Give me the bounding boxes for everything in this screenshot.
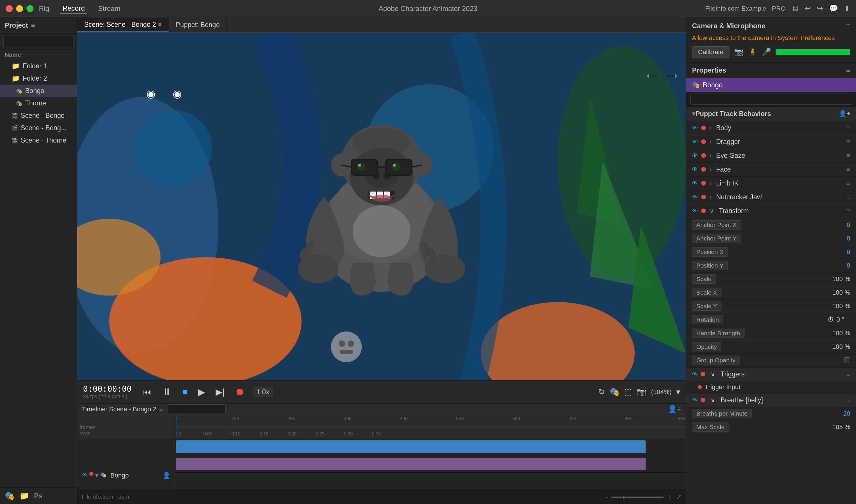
transform-chevron-icon[interactable]: ∨ xyxy=(709,207,714,215)
sidebar-item-scene-thorne[interactable]: 🎬 Scene - Thorne xyxy=(0,134,77,147)
redo-icon[interactable]: ↪ xyxy=(817,4,823,13)
ptb-add-icon[interactable]: 👤+ xyxy=(839,110,850,118)
nutcracker-jaw-chevron-icon[interactable]: › xyxy=(709,193,712,201)
scale-y-value[interactable]: 100 % xyxy=(827,302,850,310)
tab-stream[interactable]: Stream xyxy=(96,3,122,14)
nutcracker-jaw-dot[interactable] xyxy=(701,195,706,199)
bpm-value[interactable]: 20 xyxy=(827,410,850,417)
puppet-tool-icon[interactable]: 🎭 xyxy=(610,387,620,397)
triggers-menu-icon[interactable]: ≡ xyxy=(846,371,850,378)
body-dot[interactable] xyxy=(701,126,706,130)
ps-icon[interactable]: Ps xyxy=(34,492,42,500)
dragger-eye-icon[interactable]: 👁 xyxy=(692,139,698,145)
stop-button[interactable]: ■ xyxy=(180,385,190,398)
screen-icon[interactable]: 🖥 xyxy=(791,4,799,13)
opacity-value[interactable]: 100 % xyxy=(827,343,850,350)
arrow-right-icon[interactable]: ⟶ xyxy=(665,71,677,80)
dragger-dot[interactable] xyxy=(701,139,706,144)
track-bongo-add-icon[interactable]: 👤 xyxy=(162,472,170,479)
sidebar-item-bongo[interactable]: 🎭 Bongo xyxy=(0,85,77,97)
zoom-display[interactable]: (104%) xyxy=(651,388,671,396)
transform-eye-icon[interactable]: 👁 xyxy=(692,208,698,214)
record-button[interactable]: ⏺ xyxy=(232,385,247,399)
triggers-dot[interactable] xyxy=(701,372,705,376)
anchor-x-value[interactable]: 0 xyxy=(827,221,850,229)
bongo-clip[interactable] xyxy=(176,440,646,453)
zoom-in-icon[interactable]: + xyxy=(667,493,671,501)
ptb-item-nutcracker-jaw[interactable]: 👁 › Nutcracker Jaw ≡ xyxy=(686,191,856,204)
skip-to-start-button[interactable]: ⏮ xyxy=(141,386,154,398)
track-bongo-dot[interactable] xyxy=(89,472,93,476)
timeline-playhead[interactable] xyxy=(176,415,176,438)
sidebar-item-scene-bongo[interactable]: 🎬 Scene - Bongo xyxy=(0,109,77,122)
face-chevron-icon[interactable]: › xyxy=(709,166,712,173)
sidebar-item-scene-bong[interactable]: 🎬 Scene - Bong... xyxy=(0,122,77,134)
close-button[interactable] xyxy=(6,5,13,12)
eye-gaze-dot[interactable] xyxy=(701,153,706,158)
face-eye-icon[interactable]: 👁 xyxy=(692,166,698,173)
position-x-value[interactable]: 0 xyxy=(827,248,850,256)
project-search-input[interactable] xyxy=(3,36,73,47)
refresh-icon[interactable]: ↻ xyxy=(598,387,605,397)
fit-icon[interactable]: ⤢ xyxy=(676,493,681,501)
speed-control[interactable]: 1.0x xyxy=(253,387,273,397)
breathe-dot[interactable] xyxy=(701,398,705,402)
body-menu-icon[interactable]: ≡ xyxy=(846,124,850,132)
breathe-eye-icon[interactable]: 👁 xyxy=(692,397,698,403)
rotation-value[interactable]: ⏱ 0 ° xyxy=(827,316,850,324)
corner-arrows[interactable]: ⟵ ⟶ xyxy=(647,71,677,80)
breathe-menu-icon[interactable]: ≡ xyxy=(846,396,850,404)
next-frame-button[interactable]: ▶| xyxy=(213,385,227,398)
ptb-item-eye-gaze[interactable]: 👁 › Eye Gaze ≡ xyxy=(686,149,856,163)
nutcracker-jaw-eye-icon[interactable]: 👁 xyxy=(692,194,698,200)
props-search-input[interactable] xyxy=(690,94,852,105)
handle-strength-value[interactable]: 100 % xyxy=(827,329,850,337)
timeline-ruler-area[interactable]: 0 100 200 300 400 500 600 700 800 900 xyxy=(175,415,686,490)
track-bongo-eye-icon[interactable]: 👁 xyxy=(82,472,88,479)
transform-menu-icon[interactable]: ≡ xyxy=(846,207,850,215)
thorne-clip[interactable] xyxy=(176,457,646,470)
limb-ik-eye-icon[interactable]: 👁 xyxy=(692,180,698,187)
breathe-expand-icon[interactable]: ∨ xyxy=(711,396,715,404)
face-dot[interactable] xyxy=(701,167,706,172)
track-bongo-chevron[interactable]: ▾ xyxy=(95,472,98,479)
sidebar-item-thorne[interactable]: 🎭 Thorne xyxy=(0,97,77,109)
triggers-header[interactable]: 👁 ∨ Triggers ≡ xyxy=(686,367,856,381)
undo-icon[interactable]: ↩ xyxy=(805,4,811,13)
sidebar-item-folder2[interactable]: 📁 Folder 2 xyxy=(0,72,77,85)
face-menu-icon[interactable]: ≡ xyxy=(846,166,850,173)
body-eye-icon[interactable]: 👁 xyxy=(692,125,698,131)
play-button[interactable]: ▶ xyxy=(196,385,208,399)
camera-mic-menu-icon[interactable]: ≡ xyxy=(846,22,850,30)
triggers-eye-icon[interactable]: 👁 xyxy=(692,371,698,378)
project-menu-icon[interactable]: ≡ xyxy=(31,21,35,29)
eye-gaze-menu-icon[interactable]: ≡ xyxy=(846,152,850,160)
timeline-search-input[interactable] xyxy=(168,404,226,414)
limb-ik-dot[interactable] xyxy=(701,181,706,185)
ptb-item-limb-ik[interactable]: 👁 › Limb IK ≡ xyxy=(686,177,856,191)
puppet-track-behaviors-header[interactable]: ▾ Puppet Track Behaviors 👤+ xyxy=(686,107,856,121)
dragger-chevron-icon[interactable]: › xyxy=(709,138,712,146)
timeline-zoom-slider[interactable]: ━━━●━━━━━━━━━━━ xyxy=(612,494,663,500)
new-folder-icon[interactable]: 📁 xyxy=(19,491,30,501)
tab-rig[interactable]: Rig xyxy=(37,3,52,14)
chat-icon[interactable]: 💬 xyxy=(829,4,838,13)
minimize-button[interactable] xyxy=(16,5,23,12)
dragger-menu-icon[interactable]: ≡ xyxy=(846,138,850,146)
limb-ik-chevron-icon[interactable]: › xyxy=(709,179,712,187)
transform-dot[interactable] xyxy=(701,209,706,213)
triggers-expand-icon[interactable]: ∨ xyxy=(711,371,715,378)
ptb-item-body[interactable]: 👁 › Body ≡ xyxy=(686,121,856,135)
eye-gaze-eye-icon[interactable]: 👁 xyxy=(692,152,698,159)
zoom-chevron-icon[interactable]: ▾ xyxy=(676,387,680,397)
properties-menu-icon[interactable]: ≡ xyxy=(846,66,850,74)
home-icon[interactable]: ⌂ xyxy=(23,4,28,13)
puppet-tab-bongo[interactable]: Puppet: Bongo xyxy=(169,18,227,32)
camera-tool-icon[interactable]: 📷 xyxy=(636,387,646,397)
ptb-item-dragger[interactable]: 👁 › Dragger ≡ xyxy=(686,135,856,149)
tab-record[interactable]: Record xyxy=(60,3,87,14)
share-icon[interactable]: ⬆ xyxy=(844,4,850,13)
new-puppet-icon[interactable]: 🎭 xyxy=(5,491,15,501)
eye-gaze-chevron-icon[interactable]: › xyxy=(709,152,712,160)
arrow-left-icon[interactable]: ⟵ xyxy=(647,71,659,80)
